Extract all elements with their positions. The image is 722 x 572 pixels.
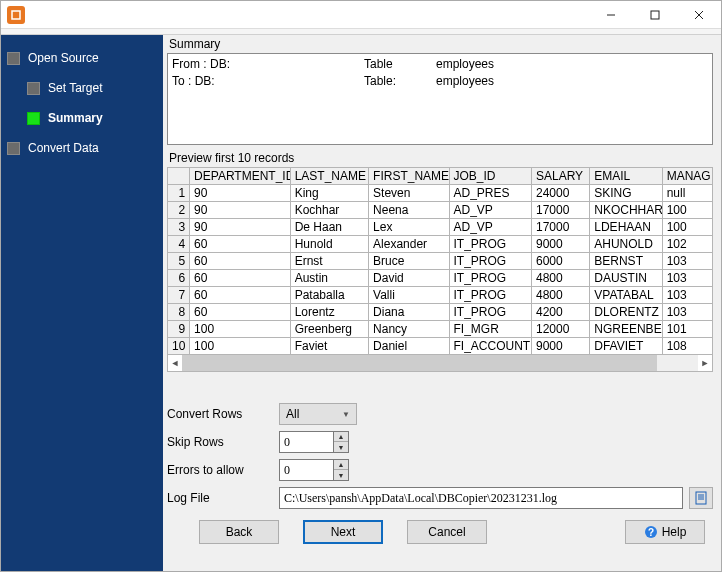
- table-row[interactable]: 560ErnstBruceIT_PROG6000BERNST103: [168, 253, 713, 270]
- table-header-row: DEPARTMENT_ID LAST_NAME FIRST_NAME JOB_I…: [168, 168, 713, 185]
- spinner-down-icon[interactable]: ▼: [334, 470, 348, 480]
- table-cell: Alexander: [369, 236, 449, 253]
- table-cell: Daniel: [369, 338, 449, 355]
- table-cell: 102: [662, 236, 712, 253]
- column-header[interactable]: MANAG: [662, 168, 712, 185]
- next-button[interactable]: Next: [303, 520, 383, 544]
- table-cell: DFAVIET: [590, 338, 662, 355]
- table-cell: LDEHAAN: [590, 219, 662, 236]
- maximize-button[interactable]: [633, 1, 677, 29]
- table-cell: Bruce: [369, 253, 449, 270]
- scroll-thumb[interactable]: [182, 355, 657, 371]
- main-panel: Summary From : DB: Table employees To : …: [163, 35, 721, 571]
- column-header[interactable]: JOB_ID: [449, 168, 531, 185]
- table-row[interactable]: 390De HaanLexAD_VP17000LDEHAAN100: [168, 219, 713, 236]
- table-cell: 12000: [531, 321, 589, 338]
- column-header[interactable]: LAST_NAME: [290, 168, 368, 185]
- column-header[interactable]: DEPARTMENT_ID: [190, 168, 291, 185]
- errors-spinner[interactable]: ▲ ▼: [333, 459, 349, 481]
- table-cell: 90: [190, 185, 291, 202]
- table-cell: NKOCHHAR: [590, 202, 662, 219]
- table-row[interactable]: 290KochharNeenaAD_VP17000NKOCHHAR100: [168, 202, 713, 219]
- nav-open-source[interactable]: Open Source: [1, 45, 163, 71]
- spinner-up-icon[interactable]: ▲: [334, 460, 348, 470]
- table-cell: 60: [190, 253, 291, 270]
- back-button[interactable]: Back: [199, 520, 279, 544]
- nav-convert-data[interactable]: Convert Data: [1, 135, 163, 161]
- table-cell: FI_MGR: [449, 321, 531, 338]
- scroll-track[interactable]: [182, 355, 698, 371]
- wizard-nav: Open Source Set Target Summary Convert D…: [1, 35, 163, 571]
- row-number: 8: [168, 304, 190, 321]
- table-cell: IT_PROG: [449, 236, 531, 253]
- row-number: 2: [168, 202, 190, 219]
- table-cell: DAUSTIN: [590, 270, 662, 287]
- help-icon: ?: [644, 525, 658, 539]
- table-cell: 17000: [531, 202, 589, 219]
- log-file-input[interactable]: [279, 487, 683, 509]
- nav-label: Convert Data: [28, 141, 99, 155]
- table-row[interactable]: 10100FavietDanielFI_ACCOUNT9000DFAVIET10…: [168, 338, 713, 355]
- table-row[interactable]: 9100GreenbergNancyFI_MGR12000NGREENBE101: [168, 321, 713, 338]
- help-button[interactable]: ? Help: [625, 520, 705, 544]
- table-row[interactable]: 760PataballaValliIT_PROG4800VPATABAL103: [168, 287, 713, 304]
- table-cell: BERNST: [590, 253, 662, 270]
- summary-box: From : DB: Table employees To : DB: Tabl…: [167, 53, 713, 145]
- summary-from-table-value: employees: [436, 56, 494, 73]
- row-number-header: [168, 168, 190, 185]
- table-row[interactable]: 660AustinDavidIT_PROG4800DAUSTIN103: [168, 270, 713, 287]
- svg-text:?: ?: [648, 527, 654, 538]
- preview-table: DEPARTMENT_ID LAST_NAME FIRST_NAME JOB_I…: [167, 167, 713, 355]
- table-row[interactable]: 860LorentzDianaIT_PROG4200DLORENTZ103: [168, 304, 713, 321]
- horizontal-scrollbar[interactable]: ◄ ►: [167, 355, 713, 372]
- table-cell: AD_VP: [449, 219, 531, 236]
- step-icon: [27, 82, 40, 95]
- scroll-left-arrow-icon[interactable]: ◄: [168, 355, 182, 371]
- skip-rows-spinner[interactable]: ▲ ▼: [333, 431, 349, 453]
- table-cell: 90: [190, 219, 291, 236]
- table-row[interactable]: 190KingStevenAD_PRES24000SKINGnull: [168, 185, 713, 202]
- button-label: Cancel: [428, 525, 465, 539]
- spinner-down-icon[interactable]: ▼: [334, 442, 348, 452]
- nav-label: Set Target: [48, 81, 102, 95]
- nav-summary[interactable]: Summary: [1, 105, 163, 131]
- table-cell: Hunold: [290, 236, 368, 253]
- table-cell: 17000: [531, 219, 589, 236]
- scroll-right-arrow-icon[interactable]: ►: [698, 355, 712, 371]
- browse-log-button[interactable]: [689, 487, 713, 509]
- table-cell: 9000: [531, 236, 589, 253]
- skip-rows-input[interactable]: [279, 431, 333, 453]
- spinner-up-icon[interactable]: ▲: [334, 432, 348, 442]
- table-cell: Steven: [369, 185, 449, 202]
- chevron-down-icon: ▼: [342, 410, 350, 419]
- errors-allow-input[interactable]: [279, 459, 333, 481]
- convert-rows-dropdown[interactable]: All ▼: [279, 403, 357, 425]
- table-cell: Kochhar: [290, 202, 368, 219]
- table-cell: AD_PRES: [449, 185, 531, 202]
- close-button[interactable]: [677, 1, 721, 29]
- column-header[interactable]: FIRST_NAME: [369, 168, 449, 185]
- table-cell: VPATABAL: [590, 287, 662, 304]
- table-cell: NGREENBE: [590, 321, 662, 338]
- nav-set-target[interactable]: Set Target: [1, 75, 163, 101]
- table-cell: Nancy: [369, 321, 449, 338]
- table-row[interactable]: 460HunoldAlexanderIT_PROG9000AHUNOLD102: [168, 236, 713, 253]
- table-cell: David: [369, 270, 449, 287]
- svg-rect-0: [12, 11, 20, 19]
- cancel-button[interactable]: Cancel: [407, 520, 487, 544]
- row-number: 4: [168, 236, 190, 253]
- table-cell: Lex: [369, 219, 449, 236]
- convert-rows-label: Convert Rows: [167, 407, 279, 421]
- table-cell: 4800: [531, 287, 589, 304]
- minimize-button[interactable]: [589, 1, 633, 29]
- table-cell: Valli: [369, 287, 449, 304]
- table-cell: null: [662, 185, 712, 202]
- column-header[interactable]: SALARY: [531, 168, 589, 185]
- table-cell: Austin: [290, 270, 368, 287]
- nav-label: Open Source: [28, 51, 99, 65]
- table-cell: 6000: [531, 253, 589, 270]
- column-header[interactable]: EMAIL: [590, 168, 662, 185]
- step-icon: [7, 142, 20, 155]
- row-number: 6: [168, 270, 190, 287]
- table-cell: FI_ACCOUNT: [449, 338, 531, 355]
